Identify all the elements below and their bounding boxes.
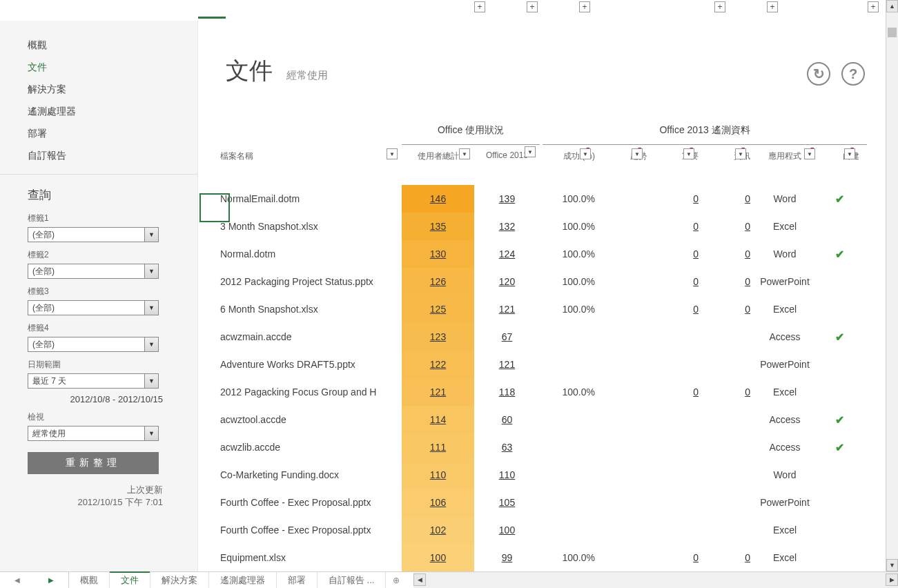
nav-custom-report[interactable]: 自訂報告 (28, 145, 197, 167)
cell-critical[interactable]: 0 (647, 386, 699, 398)
filter-button[interactable]: ▼ (387, 148, 398, 159)
tab-documents[interactable]: 文件 (110, 572, 150, 588)
cell-total-users[interactable]: 106 (402, 489, 474, 516)
filter-button[interactable]: ▼ (525, 146, 536, 157)
sheet-nav-next[interactable]: ▶ (48, 576, 54, 584)
select-date-range[interactable]: 最近 7 天 ▼ (28, 373, 159, 389)
refresh-button[interactable]: 重新整理 (28, 452, 159, 474)
cell-office2013[interactable]: 121 (474, 304, 540, 315)
tab-deployment[interactable]: 部署 (277, 572, 318, 588)
cell-total-users[interactable]: 146 (402, 185, 474, 213)
table-row[interactable]: Adventure Works DRAFT5.pptx122121PowerPo… (212, 351, 886, 378)
cell-office2013[interactable]: 67 (474, 331, 540, 342)
scroll-down-icon[interactable]: ▼ (886, 559, 898, 571)
cell-critical[interactable]: 0 (647, 248, 699, 259)
table-row[interactable]: 2012 Pagacking Focus Group and H12111810… (212, 378, 886, 406)
tab-telemetry-processor[interactable]: 遙測處理器 (209, 572, 277, 588)
cell-critical[interactable]: 0 (647, 276, 699, 287)
tab-overview[interactable]: 概觀 (69, 572, 110, 588)
cell-info[interactable]: 0 (699, 552, 750, 563)
tab-solutions[interactable]: 解決方案 (150, 572, 209, 588)
cell-total-users[interactable]: 114 (402, 406, 474, 433)
table-row[interactable]: Normal.dotm130124100.0%00Word✔ (212, 240, 886, 268)
cell-office2013[interactable]: 120 (474, 276, 540, 287)
cell-office2013[interactable]: 121 (474, 359, 540, 370)
filter-button[interactable]: ▼ (580, 148, 591, 159)
select-tag4[interactable]: (全部) ▼ (28, 337, 159, 352)
table-row[interactable]: Fourth Coffee - Exec Proposal.pptx106105… (212, 489, 886, 516)
table-row[interactable]: acwzlib.accde11163Access✔ (212, 433, 886, 461)
nav-telemetry-processor[interactable]: 遙測處理器 (28, 101, 197, 123)
nav-overview[interactable]: 概觀 (28, 35, 197, 57)
cell-office2013[interactable]: 110 (474, 469, 540, 480)
filter-button[interactable]: ▼ (735, 148, 746, 159)
table-row[interactable]: Fourth Coffee - Exec Proposal.pptx102100… (212, 516, 886, 544)
table-row[interactable]: acwztool.accde11460Access✔ (212, 406, 886, 433)
table-row[interactable]: 3 Month Snapshot.xlsx135132100.0%00Excel (212, 213, 886, 240)
cell-total-users[interactable]: 126 (402, 268, 474, 295)
table-row[interactable]: NormalEmail.dotm146139100.0%00Word✔ (212, 185, 886, 213)
scroll-right-icon[interactable]: ▶ (886, 574, 898, 586)
cell-total-users[interactable]: 102 (402, 516, 474, 544)
select-tag2[interactable]: (全部) ▼ (28, 264, 159, 279)
table-row[interactable]: 6 Month Snapshot.xlsx125121100.0%00Excel (212, 295, 886, 323)
cell-office2013[interactable]: 99 (474, 552, 540, 563)
cell-critical[interactable]: 0 (647, 193, 699, 204)
expand-group-btn[interactable]: + (474, 1, 485, 12)
cell-office2013[interactable]: 100 (474, 525, 540, 536)
cell-total-users[interactable]: 125 (402, 295, 474, 323)
filter-button[interactable]: ▼ (844, 148, 855, 159)
tab-custom-report[interactable]: 自訂報告 ... (318, 572, 386, 588)
cell-total-users[interactable]: 100 (402, 544, 474, 571)
cell-office2013[interactable]: 139 (474, 193, 540, 204)
cell-info[interactable]: 0 (699, 276, 750, 287)
cell-info[interactable]: 0 (699, 386, 750, 398)
scroll-up-icon[interactable]: ▲ (886, 0, 898, 12)
cell-office2013[interactable]: 105 (474, 497, 540, 508)
expand-group-btn[interactable]: + (868, 1, 879, 12)
expand-group-btn[interactable]: + (767, 1, 778, 12)
horizontal-scrollbar[interactable]: ◀ ▶ (413, 572, 898, 588)
filter-button[interactable]: ▼ (632, 148, 643, 159)
help-button[interactable]: ? (841, 62, 865, 86)
nav-deployment[interactable]: 部署 (28, 123, 197, 145)
reload-button[interactable]: ↻ (807, 62, 830, 86)
cell-office2013[interactable]: 124 (474, 248, 540, 259)
filter-button[interactable]: ▼ (459, 148, 470, 159)
expand-group-btn[interactable]: + (714, 1, 725, 12)
cell-total-users[interactable]: 123 (402, 323, 474, 351)
select-view[interactable]: 經常使用 ▼ (28, 426, 159, 441)
expand-group-btn[interactable]: + (579, 1, 590, 12)
cell-total-users[interactable]: 111 (402, 433, 474, 461)
nav-documents[interactable]: 文件 (28, 57, 197, 79)
select-tag3[interactable]: (全部) ▼ (28, 300, 159, 315)
filter-button[interactable]: ▼ (683, 148, 694, 159)
cell-info[interactable]: 0 (699, 193, 750, 204)
cell-info[interactable]: 0 (699, 304, 750, 315)
vertical-scrollbar[interactable]: ▲ ▼ (886, 0, 898, 571)
scroll-left-icon[interactable]: ◀ (413, 574, 426, 586)
select-tag1[interactable]: (全部) ▼ (28, 227, 159, 242)
table-row[interactable]: acwzmain.accde12367Access✔ (212, 323, 886, 351)
cell-office2013[interactable]: 60 (474, 414, 540, 425)
table-row[interactable]: Co-Marketing Funding.docx110110Word (212, 461, 886, 489)
cell-office2013[interactable]: 132 (474, 221, 540, 232)
expand-group-btn[interactable]: + (527, 1, 538, 12)
new-sheet-button[interactable]: ⊕ (386, 572, 407, 588)
cell-info[interactable]: 0 (699, 248, 750, 259)
cell-total-users[interactable]: 121 (402, 378, 474, 406)
cell-office2013[interactable]: 118 (474, 386, 540, 398)
cell-critical[interactable]: 0 (647, 304, 699, 315)
cell-total-users[interactable]: 110 (402, 461, 474, 489)
cell-critical[interactable]: 0 (647, 552, 699, 563)
scroll-thumb[interactable] (888, 28, 897, 37)
cell-critical[interactable]: 0 (647, 221, 699, 232)
cell-info[interactable]: 0 (699, 221, 750, 232)
nav-solutions[interactable]: 解決方案 (28, 79, 197, 101)
cell-total-users[interactable]: 122 (402, 351, 474, 378)
cell-total-users[interactable]: 130 (402, 240, 474, 268)
cell-office2013[interactable]: 63 (474, 442, 540, 453)
sheet-nav-first[interactable]: ◀ (14, 576, 20, 584)
table-row[interactable]: 2012 Packaging Project Status.pptx126120… (212, 268, 886, 295)
filter-button[interactable]: ▼ (804, 148, 815, 159)
